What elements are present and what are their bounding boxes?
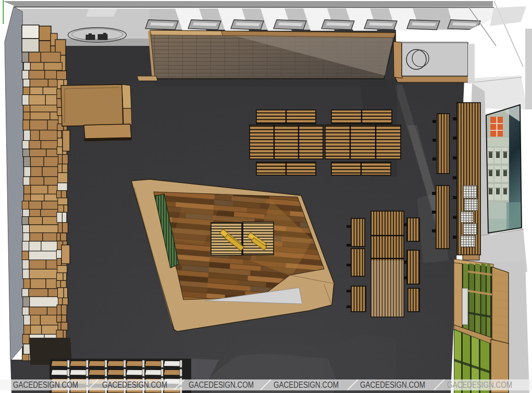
svg-text:GACEDESIGN.COM: GACEDESIGN.COM bbox=[189, 380, 254, 389]
svg-text:GACEDESIGN.COM: GACEDESIGN.COM bbox=[360, 380, 425, 389]
svg-text:GACEDESIGN.COM: GACEDESIGN.COM bbox=[274, 380, 339, 389]
svg-text:GACEDESIGN.COM: GACEDESIGN.COM bbox=[13, 380, 78, 389]
svg-text:GACEDESIGN.COM: GACEDESIGN.COM bbox=[102, 380, 167, 389]
svg-text:GACEDESIGN.COM: GACEDESIGN.COM bbox=[447, 380, 512, 389]
